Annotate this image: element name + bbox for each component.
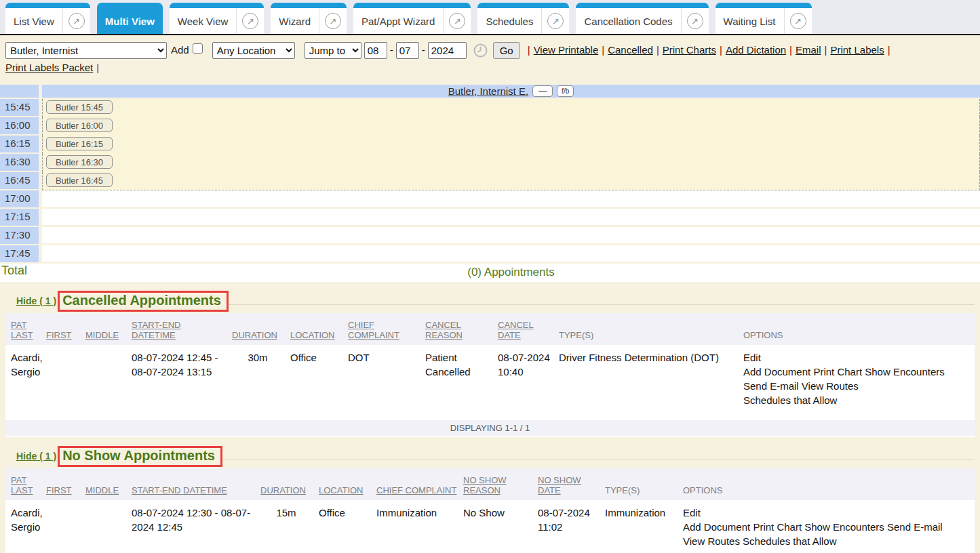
link-cancelled[interactable]: Cancelled [608,41,653,59]
location-select[interactable]: Any Location [212,42,295,59]
link-print-labels[interactable]: Print Labels [830,41,884,59]
open-new-window-icon[interactable]: ↗ [790,13,806,29]
time-label: 17:45 [0,245,39,262]
option-line[interactable]: Edit [743,350,968,365]
slot-button[interactable]: Butler 16:45 [46,173,113,187]
slot-cell[interactable]: Butler 16:30 [42,154,980,172]
col-cancel-reason[interactable]: CANCEL REASON [425,313,498,345]
provider-column-header: Butler, Internist E. — f/b [42,85,980,98]
provider-select[interactable]: Butler, Internist [5,42,167,59]
add-checkbox[interactable] [193,43,203,54]
provider-header-link[interactable]: Butler, Internist E. [448,85,528,97]
col-chief-complaint[interactable]: CHIEF COMPLAINT [376,468,463,500]
option-line[interactable]: Edit [683,506,968,520]
open-new-window-icon[interactable]: ↗ [449,13,465,29]
slot-button[interactable]: Butler 16:15 [46,137,113,150]
empty-slot-cell[interactable] [42,190,980,209]
time-label: 16:45 [0,172,39,189]
clock-icon[interactable] [473,43,488,58]
col-middle[interactable]: MIDDLE [85,468,132,500]
option-line[interactable]: Add Document Print Chart Show Encounters [743,365,968,379]
jump-to-select[interactable]: Jump to [305,42,361,59]
open-new-window-icon[interactable]: ↗ [242,13,258,29]
col-location[interactable]: LOCATION [290,313,348,345]
col-start-end[interactable]: START-END DATETIME [132,313,232,345]
cell-datetime: 08-07-2024 12:45 - 08-07-2024 13:15 [132,345,232,418]
link-add-dictation[interactable]: Add Dictation [726,41,786,59]
col-options: OPTIONS [743,313,975,345]
collapse-column-button[interactable]: — [532,85,553,97]
cell-types: Immunization [605,500,683,553]
fb-button[interactable]: f/b [557,85,574,97]
tab-week-view[interactable]: Week View ↗ [170,3,264,34]
tab-multi-view[interactable]: Multi View [97,3,163,34]
cancelled-hide-link[interactable]: Hide ( 1 ) [16,295,56,306]
slot-cell[interactable]: Butler 16:00 [42,117,980,136]
schedule-grid: Butler, Internist E. — f/b 15:45 Butler … [0,85,980,282]
col-pat-last[interactable]: PAT LAST [5,468,46,500]
slot-cell[interactable]: Butler 16:15 [42,136,980,154]
slot-cell[interactable]: Butler 15:45 [42,99,980,117]
open-new-window-icon[interactable]: ↗ [687,13,703,29]
date-month-input[interactable] [364,42,387,59]
link-print-charts[interactable]: Print Charts [663,41,716,59]
appointments-count: (0) Appointments [42,264,980,282]
no-show-section-title: No Show Appointments [62,448,215,463]
time-label: 17:00 [0,190,39,207]
col-types: TYPE(S) [559,313,743,345]
link-email[interactable]: Email [796,41,821,59]
cell-chief-complaint: DOT [348,345,425,418]
date-separator: - [422,41,425,59]
tab-cancellation-codes[interactable]: Cancellation Codes ↗ [576,3,708,34]
no-show-hide-link[interactable]: Hide ( 1 ) [16,451,56,462]
slot-button[interactable]: Butler 15:45 [46,100,113,114]
slot-button[interactable]: Butler 16:00 [46,119,113,132]
col-options: OPTIONS [683,468,975,500]
col-no-show-reason[interactable]: NO SHOW REASON [463,468,538,500]
open-new-window-icon[interactable]: ↗ [547,13,564,29]
cancelled-appointment-row: Acardi, Sergio 08-07-2024 12:45 - 08-07-… [5,345,975,418]
tab-pat-appt-wizard[interactable]: Pat/Appt Wizard ↗ [353,3,471,34]
cell-first [46,345,85,418]
col-first[interactable]: FIRST [46,313,85,345]
no-show-appointments-table: PAT LAST FIRST MIDDLE START-END DATETIME… [5,468,975,553]
option-line[interactable]: View Routes Schedules that Allow [683,534,968,548]
tab-list-view[interactable]: List View ↗ [5,3,90,34]
date-day-input[interactable] [396,42,419,59]
open-new-window-icon[interactable]: ↗ [68,13,85,29]
tab-waiting-list[interactable]: Waiting List ↗ [716,3,812,34]
col-no-show-date[interactable]: NO SHOW DATE [538,468,605,500]
cell-cancel-date: 08-07-2024 10:40 [498,345,559,418]
cell-duration: 15m [260,500,319,553]
cell-options: Edit Add Document Print Chart Show Encou… [683,500,975,553]
col-cancel-date[interactable]: CANCEL DATE [498,313,559,345]
option-line[interactable]: Schedules that Allow [743,393,968,407]
col-middle[interactable]: MIDDLE [85,313,132,345]
col-duration[interactable]: DURATION [260,468,319,500]
tab-wizard[interactable]: Wizard ↗ [271,3,347,34]
date-separator: - [390,41,393,59]
link-view-printable[interactable]: View Printable [534,41,599,59]
go-button[interactable]: Go [493,42,520,59]
empty-slot-cell[interactable] [42,209,980,227]
date-year-input[interactable] [428,42,467,59]
slot-button[interactable]: Butler 16:30 [46,155,113,169]
slot-cell[interactable]: Butler 16:45 [42,172,980,190]
col-pat-last[interactable]: PAT LAST [5,313,46,345]
option-line[interactable]: Add Document Print Chart Show Encounters… [683,520,968,534]
col-start-end[interactable]: START-END DATETIME [132,468,260,500]
empty-slot-cell[interactable] [42,227,980,245]
option-line[interactable]: Send E-mail View Routes [743,379,968,393]
empty-slot-cell[interactable] [42,245,980,264]
cell-duration: 30m [232,345,290,418]
cell-first [46,500,85,553]
open-new-window-icon[interactable]: ↗ [325,13,341,29]
col-chief-complaint[interactable]: CHIEF COMPLAINT [348,313,425,345]
cell-location: Office [319,500,376,553]
tab-schedules[interactable]: Schedules ↗ [477,3,569,34]
col-location[interactable]: LOCATION [319,468,376,500]
link-print-labels-packet[interactable]: Print Labels Packet [5,59,93,77]
col-duration[interactable]: DURATION [232,313,290,345]
col-first[interactable]: FIRST [46,468,85,500]
annotation-box: No Show Appointments [58,446,222,467]
